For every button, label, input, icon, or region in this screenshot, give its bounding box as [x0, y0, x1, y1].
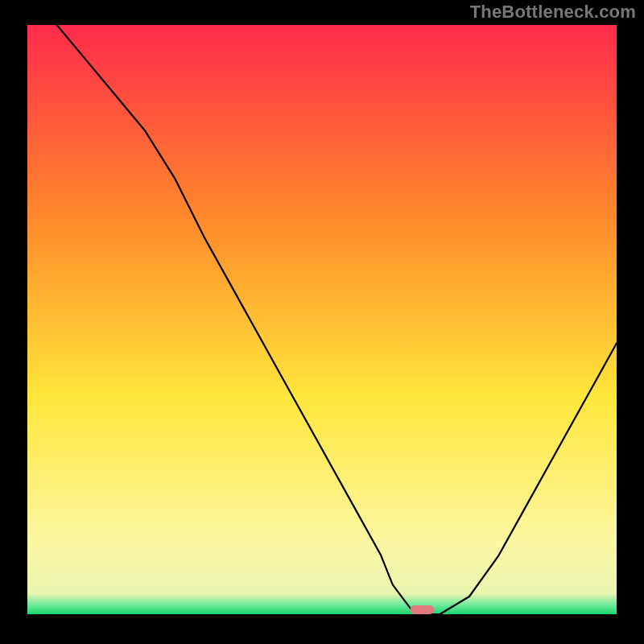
frame-border-bottom	[0, 614, 644, 644]
watermark-text: TheBottleneck.com	[470, 2, 636, 23]
frame-border-left	[0, 0, 27, 644]
frame-border-right	[617, 0, 644, 644]
chart-frame: TheBottleneck.com	[0, 0, 644, 644]
gradient-background	[27, 25, 617, 614]
plot-area	[27, 25, 617, 614]
chart-svg	[27, 25, 617, 614]
optimal-marker	[411, 605, 434, 614]
